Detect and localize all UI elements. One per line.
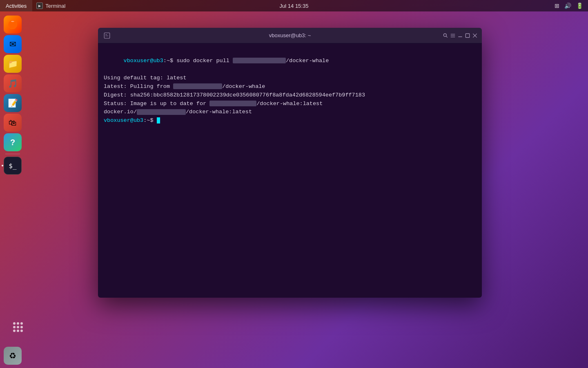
terminal-window: vboxuser@ub3: ~ <box>98 28 482 298</box>
terminal-body[interactable]: vboxuser@ub3:~$ sudo docker pull /docker… <box>98 43 482 298</box>
show-applications-button[interactable] <box>11 320 25 334</box>
writer-icon: 📝 <box>8 98 18 108</box>
firefox-icon <box>7 19 18 30</box>
prompt-1: vboxuser@ub3 <box>124 58 163 64</box>
dock-item-trash[interactable]: ♻ <box>4 347 22 365</box>
search-button[interactable] <box>443 30 448 41</box>
terminal-taskbar-item[interactable]: ▶ Terminal <box>32 2 69 9</box>
dock-item-appstore[interactable]: 🛍 <box>4 114 22 132</box>
files-icon: 📁 <box>8 59 18 69</box>
terminal-taskbar-icon: ▶ <box>36 2 43 9</box>
network-icon[interactable]: ⊞ <box>555 2 559 9</box>
menu-icon <box>450 33 456 38</box>
prompt-suffix-2: :~$ <box>143 117 156 123</box>
close-icon <box>472 33 478 38</box>
help-icon: ? <box>10 138 15 147</box>
command-text: sudo docker pull <box>176 58 233 64</box>
appstore-icon: 🛍 <box>9 118 17 128</box>
dock-separator <box>5 154 20 154</box>
dock-active-indicator <box>2 165 3 166</box>
hamburger-menu-button[interactable] <box>450 30 456 41</box>
svg-point-4 <box>443 34 446 36</box>
topbar: Activities ▶ Terminal Jul 14 15:35 ⊞ 🔊 🔋 <box>0 0 588 11</box>
rhythmbox-icon: 🎵 <box>8 79 18 88</box>
dock-item-files[interactable]: 📁 <box>4 55 22 73</box>
topbar-right: ⊞ 🔊 🔋 <box>555 2 588 9</box>
dock: ✉ 📁 🎵 📝 🛍 ? $_ ♻ <box>0 11 25 368</box>
thunderbird-icon: ✉ <box>9 39 16 49</box>
topbar-left: Activities ▶ Terminal <box>0 0 69 11</box>
terminal-dock-icon: $_ <box>9 162 16 170</box>
svg-rect-1 <box>104 33 110 38</box>
apps-grid-icon <box>13 322 23 332</box>
topbar-clock: Jul 14 15:35 <box>280 3 309 9</box>
terminal-titlebar: vboxuser@ub3: ~ <box>98 28 482 43</box>
terminal-line-command: vboxuser@ub3:~$ sudo docker pull /docker… <box>104 48 476 74</box>
dock-item-firefox[interactable] <box>4 16 22 34</box>
titlebar-left-controls <box>102 31 135 40</box>
activities-button[interactable]: Activities <box>0 0 32 11</box>
dock-item-help[interactable]: ? <box>4 133 22 151</box>
terminal-line-4: Status: Image is up to date for /docker-… <box>104 100 476 108</box>
terminal-taskbar-label: Terminal <box>45 3 65 9</box>
terminal-line-prompt2: vboxuser@ub3:~$ <box>104 117 476 125</box>
search-icon <box>443 33 448 38</box>
terminal-line-2: latest: Pulling from /docker-whale <box>104 83 476 91</box>
minimize-icon <box>457 33 463 38</box>
battery-icon[interactable]: 🔋 <box>576 2 583 9</box>
terminal-file-icon <box>103 32 111 39</box>
activities-label: Activities <box>6 3 27 9</box>
dock-item-thunderbird[interactable]: ✉ <box>4 35 22 53</box>
terminal-tab-icon <box>102 31 112 40</box>
prompt-2: vboxuser@ub3 <box>104 117 143 123</box>
prompt-suffix-1: :~$ <box>163 58 176 64</box>
redacted-1 <box>233 58 286 63</box>
maximize-icon <box>465 33 470 38</box>
titlebar-right-controls <box>445 30 478 41</box>
datetime-label: Jul 14 15:35 <box>280 3 309 9</box>
dock-item-terminal[interactable]: $_ <box>4 157 22 175</box>
terminal-line-5: docker.io/ /docker-whale:latest <box>104 108 476 117</box>
cursor <box>157 117 160 123</box>
maximize-button[interactable] <box>465 30 470 41</box>
dock-item-rhythmbox[interactable]: 🎵 <box>4 74 22 92</box>
terminal-line-3: Digest: sha256:bbc8582b12817378002239dce… <box>104 91 476 100</box>
sound-icon[interactable]: 🔊 <box>564 2 571 9</box>
dock-item-writer[interactable]: 📝 <box>4 94 22 112</box>
trash-icon: ♻ <box>9 351 16 361</box>
minimize-button[interactable] <box>457 30 463 41</box>
svg-rect-10 <box>466 34 469 37</box>
terminal-title: vboxuser@ub3: ~ <box>135 32 445 38</box>
command-suffix: /docker-whale <box>286 58 329 64</box>
terminal-line-1: Using default tag: latest <box>104 74 476 83</box>
svg-line-5 <box>446 36 447 37</box>
close-button[interactable] <box>472 30 478 41</box>
